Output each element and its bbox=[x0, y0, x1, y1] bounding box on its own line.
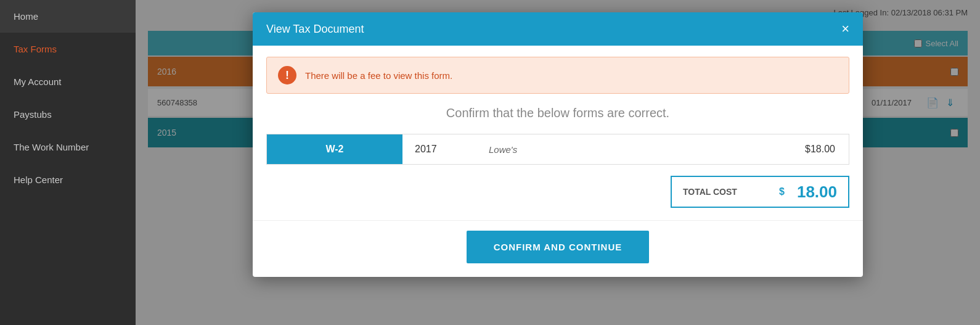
form-year-cell: 2017 bbox=[402, 134, 476, 164]
sidebar-item-paystubs[interactable]: Paystubs bbox=[0, 98, 136, 131]
total-cost-container: TOTAL COST $ 18.00 bbox=[266, 176, 849, 208]
modal-overlay: View Tax Document × ! There will be a fe… bbox=[136, 0, 980, 325]
warning-icon: ! bbox=[278, 66, 296, 84]
confirm-subtitle: Confirm that the below forms are correct… bbox=[266, 106, 849, 120]
form-company-cell: Lowe's bbox=[476, 134, 791, 164]
total-cost-label: TOTAL COST bbox=[672, 187, 779, 197]
warning-banner: ! There will be a fee to view this form. bbox=[266, 57, 849, 94]
modal-title: View Tax Document bbox=[266, 23, 364, 36]
sidebar: Home Tax Forms My Account Paystubs The W… bbox=[0, 0, 136, 325]
warning-text: There will be a fee to view this form. bbox=[305, 70, 452, 81]
modal: View Tax Document × ! There will be a fe… bbox=[253, 12, 863, 277]
sidebar-item-work-number[interactable]: The Work Number bbox=[0, 131, 136, 163]
total-cost-box: TOTAL COST $ 18.00 bbox=[671, 176, 849, 208]
total-cost-dollar-sign: $ bbox=[779, 186, 785, 197]
total-cost-value: 18.00 bbox=[786, 183, 848, 202]
confirm-continue-button[interactable]: CONFIRM AND CONTINUE bbox=[467, 231, 650, 263]
form-type-cell: W-2 bbox=[267, 134, 402, 164]
modal-close-button[interactable]: × bbox=[841, 22, 849, 36]
sidebar-item-my-account[interactable]: My Account bbox=[0, 65, 136, 98]
sidebar-item-help-center[interactable]: Help Center bbox=[0, 163, 136, 196]
form-price-cell: $18.00 bbox=[791, 134, 849, 164]
sidebar-item-home[interactable]: Home bbox=[0, 0, 136, 33]
modal-footer: CONFIRM AND CONTINUE bbox=[253, 220, 863, 277]
main-content: Last Logged In: 02/13/2018 06:31 PM Sele… bbox=[136, 0, 980, 325]
sidebar-item-tax-forms[interactable]: Tax Forms bbox=[0, 33, 136, 65]
form-row: W-2 2017 Lowe's $18.00 bbox=[266, 134, 849, 165]
modal-header: View Tax Document × bbox=[253, 12, 863, 46]
modal-body: ! There will be a fee to view this form.… bbox=[253, 46, 863, 208]
